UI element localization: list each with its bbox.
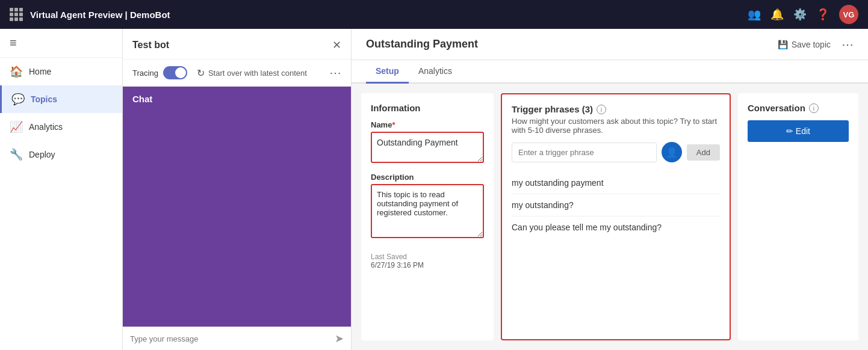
sidebar-item-deploy[interactable]: 🔧 Deploy <box>0 141 122 168</box>
chat-content <box>123 111 351 327</box>
bell-icon[interactable]: 🔔 <box>770 8 784 21</box>
main-content: Outstanding Payment 💾 Save topic ⋯ Setup… <box>352 29 868 350</box>
sidebar-toggle[interactable]: ≡ <box>0 29 122 58</box>
hamburger-icon: ≡ <box>10 36 17 50</box>
name-label: Name* <box>371 120 484 129</box>
nav-icons: 👥 🔔 ⚙️ ❓ VG <box>748 5 858 24</box>
trigger-header: Trigger phrases (3) i <box>512 104 720 114</box>
close-button[interactable]: ✕ <box>332 38 341 52</box>
deploy-icon: 🔧 <box>10 148 23 161</box>
conversation-header: Conversation i <box>748 103 849 113</box>
sidebar-item-label: Topics <box>31 94 57 104</box>
people-icon[interactable]: 👥 <box>748 8 761 21</box>
home-icon: 🏠 <box>10 65 23 78</box>
page-title: Outstanding Payment <box>366 38 478 51</box>
panels: Information Name* Outstanding Payment De… <box>352 84 868 350</box>
save-topic-label: Save topic <box>792 40 831 49</box>
trigger-phrases-panel: Trigger phrases (3) i How might your cus… <box>501 93 731 340</box>
description-input[interactable]: This topic is to read outstanding paymen… <box>371 184 484 238</box>
settings-icon[interactable]: ⚙️ <box>793 8 807 21</box>
app-title: Virtual Agent Preview | DemoBot <box>30 10 740 20</box>
analytics-icon: 📈 <box>10 120 23 134</box>
content-header: Outstanding Payment 💾 Save topic ⋯ <box>352 29 868 60</box>
header-actions: 💾 Save topic ⋯ <box>772 36 854 53</box>
topics-icon: 💬 <box>11 93 25 106</box>
main-area: ≡ 🏠 Home 💬 Topics 📈 Analytics 🔧 Deploy T… <box>0 29 868 350</box>
chat-header: Chat <box>123 87 351 111</box>
trigger-phrase-item: my outstanding payment <box>512 172 720 194</box>
name-required: * <box>392 120 395 129</box>
test-bot-title: Test bot <box>132 40 169 51</box>
information-panel: Information Name* Outstanding Payment De… <box>361 93 494 340</box>
sidebar-item-label: Deploy <box>29 150 55 159</box>
description-label: Description <box>371 173 484 182</box>
sidebar-item-label: Analytics <box>29 122 63 132</box>
edit-button[interactable]: ✏ Edit <box>748 120 849 142</box>
send-icon[interactable]: ➤ <box>335 332 344 345</box>
avatar[interactable]: VG <box>839 5 858 24</box>
tracing-toggle[interactable] <box>163 66 187 79</box>
ai-suggest-button[interactable]: 👤 <box>662 142 682 162</box>
save-topic-button[interactable]: 💾 Save topic <box>772 36 837 53</box>
more-options-button[interactable]: ⋯ <box>842 37 854 52</box>
tracing-label: Tracing <box>132 69 158 78</box>
test-bot-panel: Test bot ✕ Tracing ↻ Start over with lat… <box>123 29 352 350</box>
sidebar: ≡ 🏠 Home 💬 Topics 📈 Analytics 🔧 Deploy <box>0 29 123 350</box>
sidebar-item-analytics[interactable]: 📈 Analytics <box>0 113 122 141</box>
test-bot-header: Test bot ✕ <box>123 29 351 60</box>
name-input[interactable]: Outstanding Payment <box>371 132 484 163</box>
last-saved-date: 6/27/19 3:16 PM <box>371 261 484 269</box>
start-over-label: Start over with latest content <box>208 69 307 78</box>
conversation-info-icon[interactable]: i <box>809 103 819 113</box>
help-icon[interactable]: ❓ <box>816 8 829 21</box>
tracing-more-icon[interactable]: ⋯ <box>329 66 341 80</box>
trigger-phrase-item: my outstanding? <box>512 194 720 216</box>
tabs: Setup Analytics <box>352 60 868 84</box>
tab-setup[interactable]: Setup <box>366 60 409 84</box>
information-title: Information <box>371 103 484 113</box>
trigger-phrase-input[interactable] <box>512 143 657 162</box>
start-over-button[interactable]: ↻ Start over with latest content <box>197 67 324 79</box>
conversation-title: Conversation <box>748 103 805 113</box>
top-nav: Virtual Agent Preview | DemoBot 👥 🔔 ⚙️ ❓… <box>0 0 868 29</box>
last-saved-label: Last Saved <box>371 253 484 261</box>
trigger-info-icon[interactable]: i <box>597 105 606 114</box>
sidebar-item-topics[interactable]: 💬 Topics <box>0 85 122 113</box>
add-phrase-button[interactable]: Add <box>687 144 720 161</box>
tab-analytics[interactable]: Analytics <box>409 60 462 84</box>
trigger-title: Trigger phrases (3) <box>512 104 593 114</box>
trigger-phrase-item: Can you please tell me my outstanding? <box>512 216 720 238</box>
save-icon: 💾 <box>778 40 788 49</box>
tracing-bar: Tracing ↻ Start over with latest content… <box>123 60 351 87</box>
chat-area: Chat <box>123 87 351 327</box>
trigger-input-row: 👤 Add <box>512 142 720 162</box>
chat-input-area: ➤ <box>123 327 351 350</box>
sidebar-item-home[interactable]: 🏠 Home <box>0 58 122 85</box>
trigger-description: How might your customers ask about this … <box>512 117 720 135</box>
chat-input[interactable] <box>130 334 330 343</box>
refresh-icon: ↻ <box>197 67 205 79</box>
apps-icon[interactable] <box>10 8 23 21</box>
conversation-panel: Conversation i ✏ Edit <box>738 93 858 340</box>
sidebar-item-label: Home <box>29 67 51 76</box>
